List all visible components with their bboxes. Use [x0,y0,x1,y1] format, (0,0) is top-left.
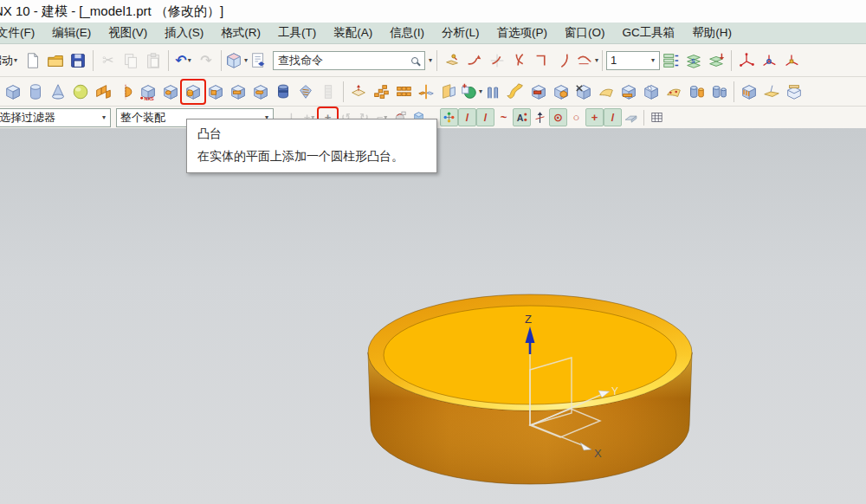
trim-body-icon[interactable] [640,81,662,103]
disabled-feature-icon[interactable] [317,81,339,103]
part-properties-button[interactable] [248,49,270,72]
open-button[interactable] [44,49,67,72]
cone-icon[interactable] [47,81,69,103]
new-file-button[interactable] [22,49,44,72]
end-point-snap-icon[interactable]: / [458,108,476,126]
cylinder-icon[interactable] [24,81,47,103]
layer-settings-icon[interactable] [660,49,682,72]
curve-tool-icon-4-graphic [510,51,529,70]
command-finder[interactable]: 查找命令 [273,51,425,70]
groove-icon[interactable] [272,81,294,103]
cut-button[interactable]: ✂ [97,49,120,72]
paste-button[interactable] [142,49,165,72]
thread-icon[interactable] [294,81,317,103]
menu-item-1[interactable]: 文件(F) [0,23,43,43]
revolve-icon-graphic [116,82,135,101]
subtract-icon[interactable] [550,81,572,103]
work-layer-combo[interactable]: 1 ▾ [606,51,660,70]
menu-item-2[interactable]: 编辑(E) [43,23,100,43]
split-body-icon[interactable] [662,81,685,103]
pattern-feature-icon[interactable] [370,81,392,103]
csys-dialog-icon-graphic [782,51,801,70]
curve-tool-icon-3[interactable] [486,49,508,72]
menu-item-9[interactable]: 分析(L) [433,23,488,43]
menu-bar: 文件(F)编辑(E)视图(V)插入(S)格式(R)工具(T)装配(A)信息(I)… [0,23,866,44]
grid-icon-graphic [650,110,664,125]
sphere-icon[interactable] [69,81,92,103]
point-dialog-icon[interactable] [758,49,780,72]
mirror-geometry-icon[interactable] [437,81,460,103]
start-button[interactable]: 启动 ▾ [0,51,22,70]
open-button-graphic [46,51,65,70]
command-finder-input[interactable]: 查找命令 [278,53,411,68]
menu-item-12[interactable]: GC工具箱 [614,23,684,43]
shell-icon[interactable] [738,81,760,103]
menu-item-7[interactable]: 装配(A) [325,23,381,43]
csys-dialog-icon[interactable] [780,49,803,72]
layer-visible-in-view-icon[interactable]: S [682,49,705,72]
datum-plane-icon[interactable] [347,81,370,103]
point-on-curve-snap-icon[interactable]: ~ [494,108,513,126]
selection-filter-combo[interactable]: 选择过滤器 ▾ [0,108,111,127]
pattern-geometry-icon[interactable] [392,81,415,103]
menu-item-10[interactable]: 首选项(P) [488,23,557,43]
intersection-snap-icon[interactable]: A [513,108,531,126]
swept-icon[interactable] [505,81,527,103]
curve-tool-icon-2[interactable] [463,49,486,72]
nx-sketch-icon[interactable]: NXS [137,81,159,103]
boss-icon[interactable] [182,81,204,103]
through-curves-icon[interactable] [482,81,505,103]
graphics-window[interactable]: Z X Y [0,128,866,504]
revolve-icon[interactable] [114,81,137,103]
pad-icon[interactable] [227,81,249,103]
curve-tool-icon-4[interactable] [508,49,531,72]
hole-icon[interactable] [159,81,182,103]
snap-point-toggle-icon[interactable] [440,108,458,126]
move-to-layer-icon[interactable] [705,49,727,72]
sheet-body-icon[interactable] [595,81,617,103]
point-on-face-snap-icon[interactable] [622,108,640,126]
intersect-icon[interactable] [572,81,595,103]
point-on-line-snap-icon[interactable]: / [604,108,622,126]
pole-snap-icon[interactable] [531,108,549,126]
nx-sketch-icon-graphic: NXS [139,82,158,101]
draft-icon[interactable] [760,81,783,103]
thicken-icon[interactable] [617,81,640,103]
curve-tool-icon-7[interactable]: ▾ [576,49,598,72]
block-icon[interactable] [2,81,24,103]
block-icon-graphic [3,82,23,101]
view-orientation-button[interactable]: ▾ [225,49,248,72]
unite-icon[interactable] [527,81,550,103]
scale-body-icon[interactable] [708,81,730,103]
curve-tool-icon-6[interactable] [553,49,576,72]
undo-button[interactable]: ↶▾ [172,49,195,72]
menu-item-6[interactable]: 工具(T) [269,23,325,43]
boolean-icon[interactable]: ▾ [460,81,482,103]
mid-point-snap-icon[interactable]: / [476,108,494,126]
copy-button[interactable] [120,49,142,72]
mirror-feature-icon[interactable] [415,81,437,103]
sew-icon[interactable] [783,81,805,103]
menu-item-5[interactable]: 格式(R) [212,23,269,43]
curve-tool-icon-5[interactable] [531,49,553,72]
redo-button[interactable]: ↷ [195,49,217,72]
quadrant-snap-icon[interactable]: ○ [567,108,585,126]
slot-icon[interactable] [249,81,272,103]
extrude-icon[interactable] [92,81,114,103]
menu-item-8[interactable]: 信息(I) [381,23,433,43]
point-dialog-icon-graphic [759,51,779,70]
curve-tool-icon-3-graphic [488,51,507,70]
curve-tool-icon-1[interactable] [441,49,463,72]
menu-item-13[interactable]: 帮助(H) [683,23,740,43]
menu-item-4[interactable]: 插入(S) [156,23,212,43]
menu-item-3[interactable]: 视图(V) [100,23,156,43]
pocket-icon[interactable] [204,81,227,103]
menu-item-11[interactable]: 窗口(O) [556,23,614,43]
existing-point-snap-icon[interactable]: + [585,108,604,126]
grid-icon[interactable] [648,108,666,126]
chevron-down-icon[interactable]: ▾ [429,56,432,64]
arc-center-snap-icon[interactable]: ⊙ [549,108,567,126]
save-button[interactable] [67,49,89,72]
datum-csys-icon[interactable] [735,49,758,72]
offset-face-icon[interactable] [685,81,708,103]
